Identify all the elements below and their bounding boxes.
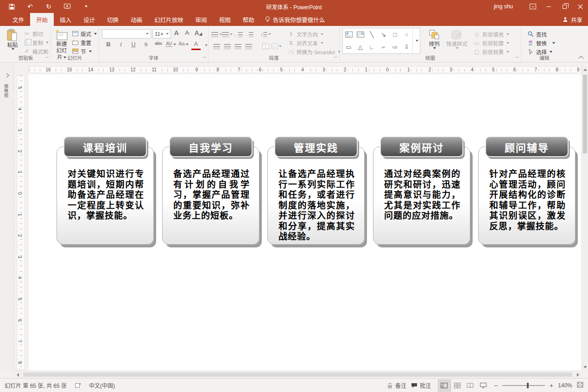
- scroll-left-button[interactable]: [14, 371, 21, 379]
- slide-number-indicator[interactable]: 幻灯片 第 65 张, 共 65 张: [5, 381, 67, 389]
- collapse-ribbon-button[interactable]: [579, 55, 583, 59]
- restore-button[interactable]: [556, 0, 572, 13]
- horizontal-scroll-thumb[interactable]: [23, 373, 572, 377]
- tab-0[interactable]: 文件: [6, 13, 30, 26]
- font-name-combobox[interactable]: [102, 29, 151, 38]
- zoom-slider[interactable]: [502, 385, 545, 386]
- scroll-right-button[interactable]: [574, 371, 582, 379]
- redo-button[interactable]: ↻: [44, 2, 53, 11]
- tab-1[interactable]: 开始: [30, 13, 54, 26]
- card-title[interactable]: 案例研讨: [380, 136, 463, 157]
- shape-glyph-1[interactable]: ↘: [378, 28, 389, 41]
- ribbon-display-options-button[interactable]: [525, 0, 541, 13]
- card-title[interactable]: 顾问辅导: [485, 136, 569, 157]
- reading-view-button[interactable]: [464, 380, 476, 391]
- spell-check-icon[interactable]: [74, 382, 82, 389]
- arrange-button[interactable]: 排列: [424, 28, 444, 49]
- shape-glyph-8[interactable]: ⇨: [389, 41, 401, 53]
- card-3[interactable]: 案例研讨通过对经典案例的研究和研讨，迅速提高意识与能力，尤其是对实践工作问题的应…: [373, 146, 470, 245]
- vertical-scrollbar[interactable]: [582, 66, 588, 371]
- shape-glyph-9[interactable]: ⇩: [401, 41, 412, 53]
- tab-6[interactable]: 幻灯片放映: [148, 13, 190, 26]
- tell-me-box[interactable]: 告诉我你想要做什么: [265, 13, 325, 26]
- zoom-out-button[interactable]: −: [494, 382, 498, 389]
- copy-button[interactable]: 复制: [23, 38, 49, 47]
- card-title[interactable]: 自我学习: [169, 136, 253, 157]
- textbox-horizontal-icon[interactable]: [343, 28, 354, 41]
- tab-8[interactable]: 视图: [213, 13, 237, 26]
- shadow-strike-button[interactable]: S: [141, 41, 151, 50]
- font-color-dropdown-icon[interactable]: [205, 44, 208, 46]
- justify-button[interactable]: [243, 42, 254, 51]
- tab-9[interactable]: 帮助: [237, 13, 260, 26]
- tab-2[interactable]: 插入: [54, 13, 77, 26]
- increase-font-size-button[interactable]: Aˆ: [172, 29, 182, 38]
- align-text-button[interactable]: ⇅对齐文本: [287, 38, 341, 47]
- strikethrough-button[interactable]: abc: [154, 41, 163, 50]
- card-0[interactable]: 课程培训对关键知识进行专题培训，短期内帮助备选产品经理在一定程度上转变认识，掌握…: [57, 146, 154, 245]
- undo-button[interactable]: ↶: [26, 2, 34, 11]
- shape-gallery-more-button[interactable]: [412, 28, 420, 53]
- tab-3[interactable]: 设计: [77, 13, 101, 26]
- horizontal-scrollbar[interactable]: [14, 371, 582, 378]
- paragraph-dialog-launcher[interactable]: [334, 57, 337, 60]
- card-body-text[interactable]: 让备选产品经理执行一系列实际工作和任务，或者进行制度的落地实施，并进行深入的探讨…: [268, 147, 364, 242]
- start-slideshow-button[interactable]: [63, 2, 71, 11]
- zoom-slider-handle[interactable]: [527, 383, 529, 388]
- clear-formatting-button[interactable]: A◢: [194, 29, 203, 38]
- close-button[interactable]: [572, 0, 588, 13]
- clipboard-dialog-launcher[interactable]: [45, 57, 49, 60]
- columns-button[interactable]: [260, 42, 271, 51]
- minimize-button[interactable]: [541, 0, 556, 13]
- expand-thumbnails-icon[interactable]: [5, 73, 9, 78]
- save-button[interactable]: [7, 2, 16, 11]
- slideshow-view-button[interactable]: [477, 380, 489, 391]
- drawing-dialog-launcher[interactable]: [516, 57, 519, 60]
- card-body-text[interactable]: 通过对经典案例的研究和研讨，迅速提高意识与能力，尤其是对实践工作问题的应对措施。: [373, 147, 470, 221]
- bold-button[interactable]: B: [104, 41, 113, 50]
- shape-glyph-6[interactable]: ∟: [366, 41, 378, 53]
- card-2[interactable]: 管理实践让备选产品经理执行一系列实际工作和任务，或者进行制度的落地实施，并进行深…: [267, 146, 365, 245]
- line-spacing-button[interactable]: ↕: [260, 30, 271, 39]
- tab-5[interactable]: 动画: [125, 13, 148, 26]
- change-case-button[interactable]: Aa: [179, 41, 188, 50]
- language-indicator[interactable]: 中文(中国): [89, 381, 115, 389]
- vertical-scroll-thumb[interactable]: [583, 75, 587, 153]
- card-title[interactable]: 管理实践: [274, 136, 358, 157]
- decrease-indent-button[interactable]: ←: [233, 30, 243, 39]
- slide-canvas[interactable]: 课程培训对关键知识进行专题培训，短期内帮助备选产品经理在一定程度上转变认识，掌握…: [29, 74, 582, 371]
- scroll-up-button[interactable]: [582, 66, 588, 73]
- thumbnail-pane-collapsed[interactable]: 缩略图: [0, 63, 14, 371]
- bullets-button[interactable]: [211, 30, 222, 39]
- shape-glyph-0[interactable]: ╲: [366, 28, 378, 41]
- shape-glyph-7[interactable]: ⌐: [378, 41, 389, 53]
- shape-outline-button[interactable]: ▭形状轮廓: [473, 38, 509, 47]
- align-left-button[interactable]: [211, 42, 222, 51]
- font-color-button[interactable]: A: [191, 41, 201, 50]
- text-columns-dropdown[interactable]: [271, 42, 282, 51]
- normal-view-button[interactable]: [438, 380, 450, 391]
- numbering-button[interactable]: [222, 30, 233, 39]
- shape-glyph-5[interactable]: △: [354, 41, 366, 53]
- tab-4[interactable]: 切换: [101, 13, 125, 26]
- scroll-down-button[interactable]: [582, 364, 588, 371]
- quick-styles-button[interactable]: 快速样式: [444, 28, 469, 49]
- card-title[interactable]: 课程培训: [63, 136, 147, 157]
- card-body-text[interactable]: 针对产品经理的核心管理活动，顾问开展结构化的诊断和辅导工作，帮助其识别误区，激发…: [479, 147, 575, 232]
- layout-button[interactable]: 版式: [71, 29, 97, 38]
- textbox-vertical-icon[interactable]: [354, 28, 366, 41]
- shape-gallery[interactable]: ╲↘□○▭△∟⌐⇨⇩: [342, 28, 420, 54]
- card-4[interactable]: 顾问辅导针对产品经理的核心管理活动，顾问开展结构化的诊断和辅导工作，帮助其识别误…: [478, 146, 575, 245]
- shape-fill-button[interactable]: ◇形状填充: [473, 30, 509, 38]
- underline-button[interactable]: U: [129, 41, 138, 50]
- card-body-text[interactable]: 对关键知识进行专题培训，短期内帮助备选产品经理在一定程度上转变认识，掌握技能。: [57, 147, 153, 221]
- align-center-button[interactable]: [222, 42, 233, 51]
- increase-indent-button[interactable]: →: [243, 30, 254, 39]
- replace-button[interactable]: abac替换: [527, 38, 555, 47]
- find-button[interactable]: 查找: [527, 30, 555, 38]
- reset-button[interactable]: 重置: [71, 38, 97, 47]
- fit-slide-button[interactable]: [577, 382, 583, 389]
- zoom-level[interactable]: 140%: [558, 382, 572, 389]
- shape-glyph-2[interactable]: □: [389, 28, 401, 41]
- tab-7[interactable]: 审阅: [190, 13, 213, 26]
